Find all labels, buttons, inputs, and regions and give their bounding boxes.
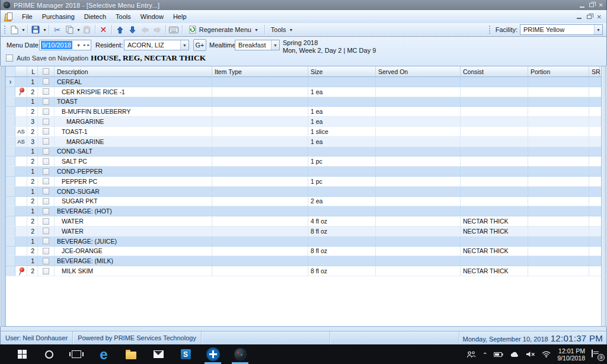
row-selector[interactable] xyxy=(6,137,15,146)
save-button[interactable] xyxy=(30,24,42,36)
start-button[interactable] xyxy=(8,344,36,364)
menu-item-dietech[interactable]: Dietech xyxy=(79,11,111,22)
table-row[interactable]: 2SUGAR PKT2 ea xyxy=(6,197,601,207)
facility-toolbar-grip[interactable] xyxy=(488,25,491,34)
menu-item-file[interactable]: File xyxy=(17,11,37,22)
row-selector[interactable] xyxy=(6,226,15,236)
prime-app-button[interactable] xyxy=(199,344,226,364)
prime-manager-button[interactable] xyxy=(226,344,254,364)
row-selector[interactable] xyxy=(6,187,15,196)
mdi-restore-icon[interactable] xyxy=(587,15,592,19)
select-all-checkbox[interactable] xyxy=(43,68,49,75)
row-checkbox[interactable] xyxy=(43,158,49,165)
move-up-button[interactable] xyxy=(114,24,126,36)
table-row[interactable]: 2WATER8 fl ozNECTAR THICK xyxy=(6,226,601,237)
table-row[interactable]: AS2TOAST-11 slice xyxy=(6,127,601,137)
row-selector[interactable] xyxy=(6,107,15,116)
header-sr[interactable]: SR xyxy=(589,66,600,76)
chevron-down-icon[interactable]: ▼ xyxy=(594,25,602,34)
row-checkbox[interactable] xyxy=(43,228,49,234)
row-selector[interactable] xyxy=(6,206,15,216)
date-previous-icon[interactable]: ◂ xyxy=(82,43,87,47)
mail-button[interactable] xyxy=(145,344,172,364)
row-checkbox[interactable] xyxy=(43,98,49,105)
row-checkbox[interactable] xyxy=(43,208,49,215)
copy-button[interactable] xyxy=(63,24,76,36)
navigate-forward-button[interactable] xyxy=(151,24,164,36)
mealtime-combobox[interactable]: Breakfast ▼ xyxy=(235,40,280,50)
row-checkbox[interactable] xyxy=(43,78,49,85)
copy-dropdown-icon[interactable]: ▼ xyxy=(76,28,81,32)
header-served-on[interactable]: Served On xyxy=(376,66,461,76)
menu-item-purchasing[interactable]: Purchasing xyxy=(37,11,79,22)
mdi-close-icon[interactable]: ✕ xyxy=(597,14,602,20)
table-row[interactable]: 1BEVERAGE: (MILK) xyxy=(6,256,601,266)
table-row[interactable]: ›1CEREAL xyxy=(6,77,601,87)
row-checkbox[interactable] xyxy=(43,248,49,254)
row-selector[interactable] xyxy=(6,87,15,97)
row-selector[interactable] xyxy=(6,147,15,157)
table-row[interactable]: 1BEVERAGE: (HOT) xyxy=(6,206,601,216)
menu-item-window[interactable]: Window xyxy=(136,11,168,22)
toolbar-grip[interactable] xyxy=(4,25,7,34)
menu-item-help[interactable]: Help xyxy=(168,11,191,22)
row-selector[interactable] xyxy=(6,97,15,107)
table-row[interactable]: 1BEVERAGE: (JUICE) xyxy=(6,237,601,247)
row-checkbox[interactable] xyxy=(43,188,49,194)
row-selector[interactable]: › xyxy=(6,77,15,87)
row-selector[interactable] xyxy=(6,216,15,226)
resident-combobox[interactable]: ACORN, LIZ ▼ xyxy=(124,40,189,50)
row-checkbox[interactable] xyxy=(43,178,49,184)
regenerate-menu-button[interactable]: Regenerate Menu ▼ xyxy=(184,24,263,36)
row-checkbox[interactable] xyxy=(43,119,49,125)
facility-combobox[interactable]: PRIME Yellow ▼ xyxy=(520,24,603,35)
row-selector[interactable] xyxy=(6,157,15,166)
cortana-button[interactable] xyxy=(36,344,63,364)
header-pin-cell[interactable] xyxy=(15,66,27,76)
table-row[interactable]: 2JCE-ORANGE8 fl ozNECTAR THICK xyxy=(6,247,601,257)
header-level[interactable]: L xyxy=(27,66,38,76)
table-row[interactable]: 2PEPPER PC1 pc xyxy=(6,177,601,187)
minimize-icon[interactable] xyxy=(580,3,584,8)
row-checkbox[interactable] xyxy=(43,88,49,95)
table-row[interactable]: AS3MARGARINE1 ea xyxy=(6,137,601,147)
row-checkbox[interactable] xyxy=(43,198,49,205)
new-button[interactable] xyxy=(8,24,21,36)
row-selector[interactable] xyxy=(6,266,15,276)
file-explorer-button[interactable] xyxy=(117,344,145,364)
task-view-button[interactable] xyxy=(63,344,90,364)
menu-date-field[interactable]: 9/10/2018 ▼ ◂ ▸ xyxy=(39,40,91,50)
date-next-icon[interactable]: ▸ xyxy=(86,43,91,47)
header-description[interactable]: Description xyxy=(55,66,212,76)
tray-expand-icon[interactable]: ⌃ xyxy=(483,352,487,358)
row-checkbox[interactable] xyxy=(43,168,49,175)
new-dropdown-icon[interactable]: ▼ xyxy=(21,28,25,32)
row-selector[interactable] xyxy=(6,177,15,186)
row-checkbox[interactable] xyxy=(43,128,49,135)
close-icon[interactable]: ✕ xyxy=(599,2,603,8)
cut-button[interactable]: ✂ xyxy=(51,24,63,36)
table-row[interactable]: 2CER KRISPIE RICE -11 ea xyxy=(6,87,601,97)
row-selector[interactable] xyxy=(6,197,15,206)
row-checkbox[interactable] xyxy=(43,218,49,225)
move-down-button[interactable] xyxy=(126,24,139,36)
tools-button[interactable]: Tools ▼ xyxy=(267,24,298,35)
row-checkbox[interactable] xyxy=(43,268,49,274)
date-dropdown-icon[interactable]: ▼ xyxy=(75,43,82,47)
table-row[interactable]: 1COND-SUGAR xyxy=(6,187,601,197)
header-checkbox-cell[interactable] xyxy=(38,66,55,76)
menu-item-tools[interactable]: Tools xyxy=(111,11,136,22)
row-selector[interactable] xyxy=(6,237,15,246)
row-checkbox[interactable] xyxy=(43,138,49,145)
table-row[interactable]: 3MARGARINE1 ea xyxy=(6,117,601,127)
delete-button[interactable]: ✕ xyxy=(97,24,110,36)
header-size[interactable]: Size xyxy=(308,66,376,76)
volume-muted-icon[interactable] xyxy=(526,351,535,357)
header-consist[interactable]: Consist xyxy=(461,66,528,76)
row-checkbox[interactable] xyxy=(43,258,49,264)
chevron-down-icon[interactable]: ▼ xyxy=(180,40,189,50)
row-selector[interactable] xyxy=(6,167,15,176)
row-selector[interactable] xyxy=(6,127,15,136)
battery-icon[interactable] xyxy=(494,352,503,357)
row-checkbox[interactable] xyxy=(43,108,49,115)
